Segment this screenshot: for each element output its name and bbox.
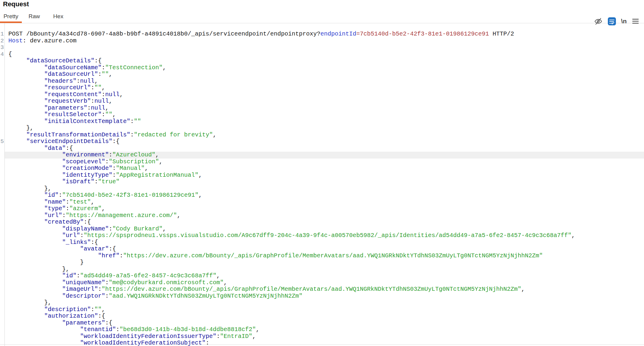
code-line: 2Host: dev.azure.com [0,38,644,44]
code-line: "type":"azurerm", [0,205,644,212]
code-line-text: "id":"ad54dd49-a7a5-6fe2-8457-4c9c3c68a7… [4,273,644,279]
tab-hex[interactable]: Hex [47,12,70,23]
code-line: "headers":null, [0,78,644,85]
code-line-text: { [4,51,644,58]
code-line-text: "headers":null, [4,78,644,85]
line-number [0,246,4,253]
code-line-text: "_links":{ [4,239,644,246]
code-line-text: "uniqueName":"me@codyburkard.onmicrosoft… [4,279,644,286]
code-line: "dataSourceDetails":{ [0,58,644,64]
code-line: "parameters":null, [0,105,644,112]
code-line-text: "serviceEndpointDetails":{ [4,138,644,145]
code-line-text: } [4,259,644,266]
code-line: "identityType":"AppRegistrationManual", [0,172,644,179]
code-line-text: "resourceUrl":"", [4,84,644,91]
code-line-highlighted: "environment":"AzureCloud", [0,152,644,159]
tab-raw-label: Raw [28,13,40,19]
code-line: "createdBy":{ [0,219,644,226]
line-number [0,219,4,226]
code-line: "href":"https://dev.azure.com/bBounty/_a… [0,253,644,259]
line-number [0,185,4,192]
code-line: 5 "serviceEndpointDetails":{ [0,138,644,145]
line-number [0,125,4,132]
code-line-text: "workloadIdentityFederationIssuerType":"… [4,333,644,340]
request-editor[interactable]: 1POST /bBounty/4a34cd78-6907-4a8b-b9bf-a… [0,23,644,346]
code-line-text: "requestVerb":null, [4,98,644,105]
code-line-text: "resultSelector":"", [4,111,644,118]
line-number [0,145,4,152]
panel-bottom-edge [0,345,644,345]
code-line: "resultSelector":"", [0,111,644,118]
active-tab-underline [0,21,22,23]
line-number [0,226,4,233]
code-line: "resourceUrl":"", [0,84,644,91]
code-line: "creationMode":"Manual", [0,165,644,172]
panel-title: Request [3,0,29,8]
code-line: "resultTransformationDetails":"redacted … [0,132,644,139]
code-line: "isDraft":"true" [0,179,644,185]
code-line: 4{ [0,51,644,58]
code-line-text: POST /bBounty/4a34cd78-6907-4a8b-b9bf-a4… [4,31,644,38]
code-line-text: }, [4,185,644,192]
code-line-text: "requestContent":null, [4,91,644,98]
code-line-text: Host: dev.azure.com [4,38,644,44]
code-line-text: "href":"https://dev.azure.com/bBounty/_a… [4,253,644,259]
line-number [0,333,4,340]
line-number [0,78,4,85]
line-number [0,91,4,98]
code-line-text: "workloadIdentityFederationSubject": [4,340,644,346]
line-number [0,105,4,112]
line-number [0,118,4,125]
code-line-text: "descriptor":"aad.YWQ1NGRkNDktYTdhNS03Zm… [4,293,644,300]
line-number [0,293,4,300]
code-line-text: "data":{ [4,145,644,152]
line-number [0,165,4,172]
tab-pretty[interactable]: Pretty [0,12,22,23]
code-line: "url":"https://spsprodneu1.vssps.visuals… [0,232,644,239]
line-number: 3 [0,44,4,51]
line-number [0,266,4,273]
line-number [0,253,4,259]
code-line: "authorization":{ [0,313,644,320]
code-line: "_links":{ [0,239,644,246]
code-line-text: }, [4,125,644,132]
line-number [0,152,4,159]
code-line-text: "authorization":{ [4,313,644,320]
code-line: }, [0,266,644,273]
code-line: "descriptor":"aad.YWQ1NGRkNDktYTdhNS03Zm… [0,293,644,300]
code-line-text: "parameters":null, [4,105,644,112]
line-number: 4 [0,51,4,58]
line-number [0,205,4,212]
code-line: "tenantid":"be68d3d0-141b-4b3d-b18d-4ddb… [0,326,644,333]
line-number [0,192,4,199]
code-line: } [0,259,644,266]
code-line: "id":"ad54dd49-a7a5-6fe2-8457-4c9c3c68a7… [0,273,644,279]
line-number [0,306,4,313]
line-number [0,212,4,219]
code-line-text: "environment":"AzureCloud", [4,152,644,159]
code-line: "id":"7cb5140d-b5e2-42f3-81e1-01986129ce… [0,192,644,199]
line-number: 2 [0,38,4,44]
code-line-text: "imageUrl":"https://dev.azure.com/bBount… [4,286,644,293]
line-number [0,313,4,320]
code-line-text: "isDraft":"true" [4,179,644,185]
tab-raw[interactable]: Raw [22,12,47,23]
code-line: "parameters":{ [0,320,644,327]
line-number [0,320,4,327]
code-line-text: }, [4,266,644,273]
line-number [0,199,4,206]
code-line-text: "displayName":"Cody Burkard", [4,226,644,233]
code-line-text: "description":"", [4,306,644,313]
code-line-text: "type":"azurerm", [4,205,644,212]
line-number [0,132,4,139]
line-number [0,172,4,179]
code-line-text: "dataSourceName":"TestConnection", [4,64,644,71]
code-line-text: "resultTransformationDetails":"redacted … [4,132,644,139]
line-number [0,111,4,118]
code-line-text: "name":"test", [4,199,644,206]
line-number [0,84,4,91]
line-number [0,279,4,286]
code-line-text: "createdBy":{ [4,219,644,226]
code-line: "avatar":{ [0,246,644,253]
code-line-text: "initialContextTemplate":"" [4,118,644,125]
